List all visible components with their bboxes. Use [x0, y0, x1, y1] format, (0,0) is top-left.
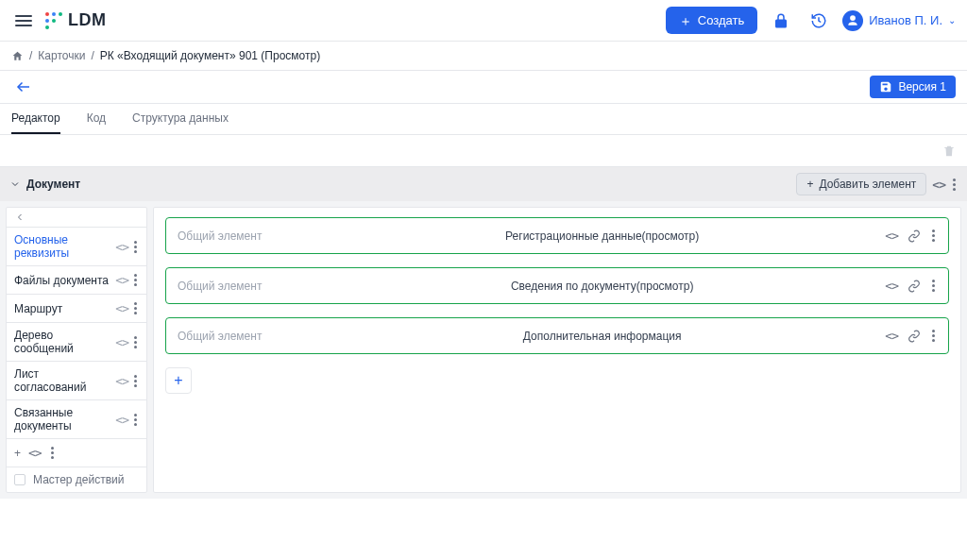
sidebar-item-label: Основные реквизиты	[14, 233, 111, 260]
code-icon[interactable]: <>	[115, 374, 128, 388]
kebab-icon[interactable]	[132, 272, 139, 288]
code-icon[interactable]: <>	[885, 279, 898, 293]
version-label: Версия 1	[898, 80, 946, 93]
panel-title: Документ	[26, 178, 80, 191]
sidebar-footer-tools: + <>	[7, 438, 146, 467]
breadcrumb: / Карточки / РК «Входящий документ» 901 …	[0, 42, 967, 71]
panel-header: Документ + Добавить элемент <>	[0, 167, 967, 201]
sidebar-item[interactable]: Основные реквизиты<>	[7, 227, 146, 265]
kebab-icon[interactable]	[930, 228, 937, 244]
breadcrumb-cards[interactable]: Карточки	[38, 49, 85, 62]
history-icon[interactable]	[805, 7, 833, 35]
row-tag: Общий элемент	[178, 280, 319, 293]
sidebar-item-label: Лист согласований	[14, 367, 111, 394]
kebab-icon[interactable]	[132, 334, 139, 350]
code-icon[interactable]: <>	[115, 413, 128, 427]
logo-text: LDM	[68, 10, 107, 30]
app-logo: LDM	[45, 10, 107, 30]
kebab-icon[interactable]	[951, 177, 958, 193]
chevron-down-icon[interactable]	[9, 178, 21, 190]
link-icon[interactable]	[908, 330, 921, 343]
link-icon[interactable]	[908, 280, 921, 293]
logo-icon	[45, 12, 62, 29]
code-icon[interactable]: <>	[115, 240, 128, 254]
sidebar-item[interactable]: Файлы документа<>	[7, 265, 146, 294]
sidebar-master-label: Мастер действий	[33, 473, 125, 486]
sidebar-master[interactable]: Мастер действий	[7, 467, 146, 492]
sidebar-collapse-icon[interactable]	[7, 208, 146, 227]
plus-icon: ＋	[679, 14, 692, 27]
menu-button[interactable]	[11, 11, 36, 30]
row-title: Сведения по документу(просмотр)	[319, 280, 885, 293]
create-label: Создать	[698, 13, 744, 27]
lock-icon[interactable]	[767, 7, 795, 35]
row-title: Дополнительная информация	[319, 330, 885, 343]
kebab-icon[interactable]	[132, 300, 139, 316]
add-element-label: Добавить элемент	[819, 178, 916, 191]
user-menu[interactable]: Иванов П. И. ⌄	[842, 10, 956, 31]
avatar-icon	[842, 10, 863, 31]
kebab-icon[interactable]	[132, 239, 139, 255]
version-button[interactable]: Версия 1	[870, 76, 956, 98]
code-icon[interactable]: <>	[885, 329, 898, 343]
kebab-icon[interactable]	[132, 373, 139, 389]
sidebar: Основные реквизиты<>Файлы документа<>Мар…	[6, 207, 147, 493]
code-icon[interactable]: <>	[885, 229, 898, 243]
tab-structure[interactable]: Структура данных	[132, 104, 229, 134]
sidebar-item[interactable]: Связанные документы<>	[7, 399, 146, 438]
kebab-icon[interactable]	[49, 445, 56, 461]
code-icon[interactable]: <>	[28, 446, 42, 460]
plus-icon[interactable]: +	[14, 447, 21, 460]
chevron-down-icon: ⌄	[948, 15, 956, 25]
sidebar-item-label: Связанные документы	[14, 406, 111, 433]
kebab-icon[interactable]	[132, 412, 139, 428]
checkbox-icon[interactable]	[14, 474, 25, 485]
sidebar-item[interactable]: Маршрут<>	[7, 294, 146, 322]
tab-editor[interactable]: Редактор	[11, 104, 60, 134]
link-icon[interactable]	[908, 229, 921, 243]
home-icon[interactable]	[11, 50, 24, 62]
row-tag: Общий элемент	[178, 330, 319, 343]
code-icon[interactable]: <>	[115, 273, 128, 287]
code-icon[interactable]: <>	[932, 178, 945, 192]
save-icon	[879, 80, 892, 93]
trash-icon[interactable]	[939, 141, 959, 161]
add-row-button[interactable]: +	[165, 367, 192, 394]
sidebar-item[interactable]: Дерево сообщений<>	[7, 322, 146, 361]
breadcrumb-current: РК «Входящий документ» 901 (Просмотр)	[100, 49, 320, 62]
back-arrow-icon[interactable]	[11, 75, 36, 99]
tabs: Редактор Код Структура данных	[0, 104, 967, 135]
create-button[interactable]: ＋ Создать	[666, 7, 757, 34]
kebab-icon[interactable]	[930, 278, 937, 294]
sidebar-item-label: Файлы документа	[14, 274, 111, 287]
element-row[interactable]: Общий элементРегистрационные данные(прос…	[165, 217, 949, 254]
sidebar-item-label: Маршрут	[14, 302, 111, 315]
code-icon[interactable]: <>	[115, 335, 128, 349]
content-area: Общий элементРегистрационные данные(прос…	[153, 207, 961, 493]
add-element-button[interactable]: + Добавить элемент	[796, 173, 926, 195]
element-row[interactable]: Общий элементСведения по документу(просм…	[165, 267, 949, 304]
element-row[interactable]: Общий элементДополнительная информация<>	[165, 317, 949, 354]
user-name: Иванов П. И.	[869, 13, 942, 27]
kebab-icon[interactable]	[930, 328, 937, 344]
sidebar-item[interactable]: Лист согласований<>	[7, 361, 146, 399]
row-title: Регистрационные данные(просмотр)	[319, 229, 885, 243]
sidebar-item-label: Дерево сообщений	[14, 329, 111, 355]
code-icon[interactable]: <>	[115, 301, 128, 315]
plus-icon: +	[806, 178, 813, 191]
row-tag: Общий элемент	[178, 229, 319, 243]
tab-code[interactable]: Код	[87, 104, 106, 134]
